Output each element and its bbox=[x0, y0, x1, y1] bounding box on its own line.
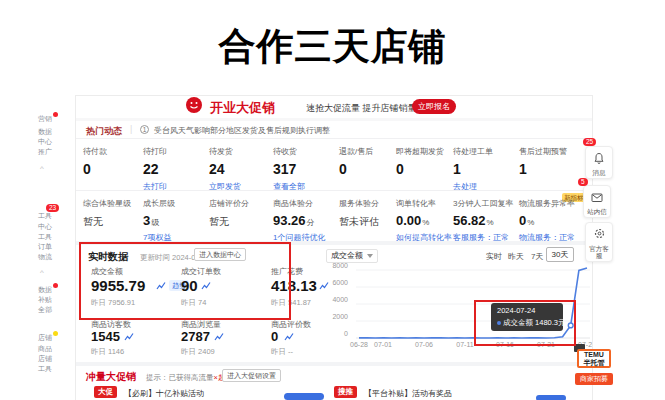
metric-value: 90 bbox=[181, 277, 198, 294]
trend-icon[interactable] bbox=[214, 332, 224, 341]
stat-work-orders: 待处理工单 1 去处理 bbox=[453, 146, 515, 192]
inbox-button[interactable]: 站内信 bbox=[583, 185, 611, 218]
gear-icon bbox=[593, 227, 606, 240]
temu-ad[interactable]: TEMU 半托管 bbox=[577, 349, 611, 368]
trend-icon[interactable] bbox=[124, 332, 134, 341]
y-tick: 8000 bbox=[322, 262, 348, 269]
promo-title: 冲量大促销 bbox=[86, 370, 136, 384]
promo-item-badge: 搜推 bbox=[334, 386, 357, 398]
promo-item-text[interactable]: 【必刷】十亿补贴活动 bbox=[124, 388, 204, 399]
metric-yesterday: 昨日 2409 bbox=[181, 347, 215, 357]
x-tick: 07-21 bbox=[531, 341, 561, 348]
messages-count-badge: 25 bbox=[583, 138, 596, 146]
score-star-level: 综合体验星级 暂无 bbox=[83, 198, 145, 229]
score-service-exp: 服务体验分 暂未评估 bbox=[339, 198, 401, 229]
sidebar-item[interactable]: 工具 bbox=[31, 364, 59, 373]
sidebar-item[interactable]: 数据 bbox=[31, 127, 59, 136]
metric-value: 2787 bbox=[181, 329, 210, 344]
divider: | bbox=[130, 124, 132, 134]
promo-settings-button[interactable]: 进入大促销设置 bbox=[222, 369, 281, 382]
news-label: 热门动态 bbox=[86, 125, 122, 138]
metric-value: 0 bbox=[271, 329, 278, 344]
promo-item-text[interactable]: 【平台补贴】活动有奖品 bbox=[364, 388, 452, 399]
range-30d[interactable]: 30天 bbox=[546, 247, 574, 262]
metric-yesterday: 昨日 7956.91 bbox=[91, 298, 135, 308]
sidebar-item[interactable]: 工具 bbox=[31, 211, 59, 220]
score-inquiry-rate: 询单转化率 0.00% 如何提高转化率 bbox=[396, 198, 458, 243]
metric-yesterday: 昨日 1146 bbox=[91, 347, 124, 357]
promo-smiley-icon bbox=[186, 97, 202, 113]
metric-yesterday: 昨日 541.87 bbox=[271, 298, 311, 308]
tooltip-value: 1480.3元 bbox=[535, 318, 565, 327]
sidebar-item[interactable]: 商品 bbox=[31, 344, 59, 353]
news-number-badge: 1 bbox=[140, 125, 149, 134]
trend-icon[interactable] bbox=[201, 281, 211, 290]
temu-recruit-button[interactable]: 商家招募 bbox=[575, 373, 613, 385]
sidebar-item[interactable]: 工具 bbox=[31, 232, 59, 241]
series-dot-icon bbox=[497, 321, 501, 325]
banner-desc: 速抢大促流量 提升店铺销量 bbox=[306, 102, 417, 115]
x-tick: 07-11 bbox=[450, 341, 480, 348]
data-center-button[interactable]: 进入数据中心 bbox=[194, 248, 246, 261]
metric-value: 9955.79 bbox=[91, 277, 145, 294]
news-text[interactable]: 受台风天气影响部分地区发货及售后规则执行调整 bbox=[154, 125, 330, 136]
promo-item-badge: 大促 bbox=[94, 386, 117, 398]
official-service-button[interactable]: 官方客服 bbox=[585, 222, 613, 262]
range-yesterday[interactable]: 昨天 bbox=[508, 251, 524, 262]
sidebar-item[interactable]: 中心 bbox=[31, 137, 59, 146]
x-tick: 07-16 bbox=[490, 341, 520, 348]
banner-brand: 开业大促销 bbox=[210, 99, 275, 117]
y-tick: 0 bbox=[322, 330, 348, 337]
stat-to-print: 待打印 22 去打印 bbox=[143, 146, 205, 192]
notification-dot bbox=[53, 331, 58, 336]
chart-tooltip: 2024-07-24 成交金额 1480.3元 bbox=[491, 303, 563, 331]
tooltip-date: 2024-07-24 bbox=[497, 306, 535, 315]
stat-overdue-soon: 即将超期发货 0 bbox=[396, 146, 458, 177]
sidebar-item[interactable]: 物流 bbox=[31, 252, 59, 261]
score-product-exp: 商品体验分 93.26分 1个问题待优化 bbox=[273, 198, 335, 243]
metric-label: 成交金额 bbox=[91, 266, 123, 277]
messages-button[interactable]: 消息 bbox=[585, 146, 613, 179]
notification-dot bbox=[53, 112, 58, 117]
sidebar-item[interactable]: 推广 bbox=[31, 147, 59, 156]
promo-action-pill[interactable] bbox=[284, 393, 324, 400]
sidebar-item[interactable]: 订单 bbox=[31, 242, 59, 251]
sidebar-item[interactable]: 中心 bbox=[31, 222, 59, 231]
score-growth-level: 成长层级 3级 7项权益 bbox=[143, 198, 205, 243]
trend-icon[interactable] bbox=[284, 332, 294, 341]
bell-icon bbox=[593, 152, 605, 164]
metric-select-dropdown[interactable]: 成交金额 bbox=[326, 249, 378, 263]
stat-to-ship: 待发货 24 立即发货 bbox=[209, 146, 271, 192]
metric-label: 推广花费 bbox=[271, 266, 303, 277]
range-realtime[interactable]: 实时 bbox=[486, 251, 502, 262]
metric-yesterday: 昨日 74 bbox=[181, 298, 206, 308]
notification-dot bbox=[53, 283, 58, 288]
sidebar-item[interactable]: 补贴 bbox=[31, 295, 59, 304]
dashboard-window: 开业大促销 速抢大促流量 提升店铺销量 立即报名 热门动态 | 1 受台风天气影… bbox=[75, 95, 593, 400]
trend-icon[interactable] bbox=[156, 281, 166, 290]
stat-refund: 退款/售后 0 bbox=[339, 146, 401, 177]
y-tick: 6000 bbox=[322, 279, 348, 286]
inbox-count-badge: 5 bbox=[578, 178, 588, 186]
stat-pending-payment: 待付款 0 bbox=[83, 146, 145, 177]
score-shop-rating: 店铺评价分 暂无 bbox=[209, 198, 271, 229]
sidebar-item[interactable]: 店铺 bbox=[31, 354, 59, 363]
sidebar-item[interactable]: 全部 bbox=[31, 305, 59, 314]
x-tick: 07-01 bbox=[368, 341, 398, 348]
mail-icon bbox=[591, 192, 603, 203]
banner-cta-button[interactable]: 立即报名 bbox=[412, 99, 456, 114]
metric-value: 418.13 bbox=[271, 277, 317, 294]
promo-action-pill[interactable] bbox=[536, 395, 566, 400]
chart-point[interactable] bbox=[568, 323, 573, 328]
x-tick: 07-06 bbox=[409, 341, 439, 348]
stat-to-receive: 待收货 317 查看全部 bbox=[273, 146, 335, 192]
score-reply-rate: 3分钟人工回复率 56.82% 客服服务：正常 bbox=[453, 198, 515, 243]
tooltip-series: 成交金额 bbox=[503, 318, 533, 327]
page-canvas: 合作三天店铺 营销 数据 中心 推广 ^ 23 工具 中心 工具 订单 物流 ^… bbox=[0, 0, 665, 400]
y-tick: 4000 bbox=[322, 296, 348, 303]
chevron-up-icon[interactable]: ^ bbox=[40, 164, 44, 173]
range-7d[interactable]: 7天 bbox=[531, 251, 543, 262]
chevron-up-icon[interactable]: ^ bbox=[40, 268, 44, 277]
metric-yesterday: 昨日 -- bbox=[271, 347, 293, 357]
chevron-down-icon bbox=[367, 254, 373, 258]
